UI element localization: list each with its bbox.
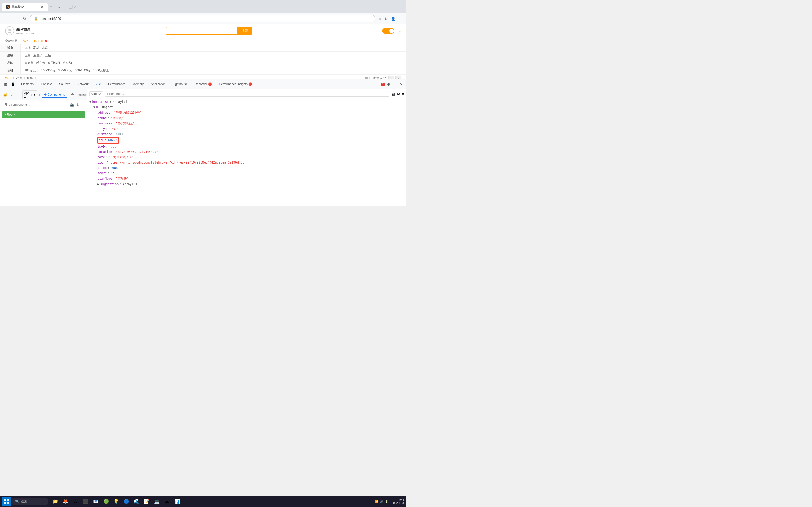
devtools-body: 🐱 ← → App 1 ⚠ ▾ › ❋ Components bbox=[0, 90, 406, 206]
bookmark-icon[interactable]: ☆ bbox=[377, 16, 383, 22]
key-name: name bbox=[97, 155, 105, 160]
tab-sources[interactable]: Sources bbox=[56, 80, 74, 89]
components-tab[interactable]: ❋ Components bbox=[42, 92, 67, 98]
key-pic: pic bbox=[97, 160, 103, 165]
sort-price[interactable]: 价格 bbox=[27, 76, 33, 79]
mode-toggle[interactable] bbox=[382, 28, 394, 34]
collapse-arrow-suggestion[interactable]: ▶ bbox=[97, 182, 99, 186]
back-button[interactable]: ← bbox=[3, 15, 10, 22]
tab-vue[interactable]: Vue bbox=[92, 80, 105, 89]
menu-icon[interactable]: ⋮ bbox=[397, 16, 403, 22]
price-300-600[interactable]: 300-600元 bbox=[58, 69, 72, 72]
key-business: business bbox=[97, 121, 112, 126]
address-bar[interactable]: 🔒 localhost:8089 bbox=[30, 15, 375, 22]
collapse-arrow-0[interactable]: ▼ bbox=[93, 105, 95, 110]
price-100-300[interactable]: 100-300元 bbox=[41, 69, 56, 72]
tab-memory[interactable]: Memory bbox=[129, 80, 147, 89]
toggle-switch[interactable]: 正式 bbox=[382, 28, 401, 34]
close-window-button[interactable]: ✕ bbox=[73, 5, 77, 9]
key-starname: starName bbox=[97, 176, 112, 181]
app-error-indicator: ⚠ bbox=[31, 94, 33, 96]
sort-default[interactable]: 默认 bbox=[5, 76, 11, 79]
state-line-distance: distance : null bbox=[89, 131, 404, 137]
city-shanghai[interactable]: 上海 bbox=[24, 46, 31, 49]
tab-performance[interactable]: Performance bbox=[105, 80, 129, 89]
new-tab-button[interactable]: + bbox=[48, 2, 55, 11]
brand-crowneholiday[interactable]: 皇冠假日 bbox=[48, 61, 60, 65]
forward-button[interactable]: → bbox=[12, 15, 19, 22]
state-line-suggestion: ▶ suggestion : Array[2] bbox=[89, 181, 404, 187]
tab-close-button[interactable]: ✕ bbox=[41, 5, 44, 9]
tab-application[interactable]: Application bbox=[147, 80, 169, 89]
devtools-panel: ⊡ 📱 Elements Console Sources Network Vue… bbox=[0, 79, 406, 206]
screenshot-icon[interactable]: 📷 bbox=[391, 92, 395, 96]
filter-remove-button[interactable]: ✕ bbox=[45, 39, 47, 43]
devtools-device-button[interactable]: 📱 bbox=[9, 81, 17, 88]
star-5diamond[interactable]: 五钻 bbox=[24, 54, 31, 57]
search-button[interactable]: 搜索 bbox=[237, 27, 252, 35]
camera-icon[interactable]: 📷 bbox=[70, 103, 74, 107]
tab-console[interactable]: Console bbox=[37, 80, 56, 89]
profile-icon[interactable]: 👤 bbox=[390, 16, 396, 22]
brand-vienna[interactable]: 维也纳 bbox=[63, 61, 72, 65]
tab-recorder[interactable]: Recorder 🔴 bbox=[191, 80, 216, 89]
nav-actions: ☆ ⚙ 👤 ⋮ bbox=[377, 16, 403, 22]
extensions-icon[interactable]: ⚙ bbox=[384, 16, 389, 22]
price-over1500[interactable]: 1500元以上 bbox=[93, 69, 109, 72]
prev-page-button[interactable]: ‹ bbox=[389, 75, 394, 79]
component-search-input[interactable] bbox=[2, 102, 68, 108]
tab-bar: 🐴 黑马旅游 ✕ + bbox=[2, 2, 55, 11]
collapse-arrow[interactable]: ▼ bbox=[89, 100, 91, 104]
tab-performance-insights[interactable]: Performance insights 🔴 bbox=[215, 80, 256, 89]
minimize-button[interactable]: — bbox=[64, 5, 67, 9]
brand-hilton[interactable]: 希尔顿 bbox=[36, 61, 45, 65]
tab-lighthouse[interactable]: Lighthouse bbox=[169, 80, 191, 89]
state-line-id: id : 60223 bbox=[89, 137, 404, 144]
pagination-info: 共 13 家酒店 1/3 ‹ › bbox=[365, 75, 401, 79]
state-filter-input[interactable] bbox=[105, 91, 389, 97]
main-area: 黑马旅游 www.itheima.com 搜索 正式 全部结果： 价格： 150… bbox=[0, 24, 406, 253]
maximize-button[interactable]: ⬜ bbox=[68, 5, 72, 9]
sort-rating[interactable]: 评价 bbox=[16, 76, 22, 79]
vue-nav-forward-arrow[interactable]: → bbox=[16, 93, 21, 97]
val-name: "上海希尔顿酒店" bbox=[109, 155, 134, 160]
brand-xilaideng[interactable]: 喜来登 bbox=[24, 61, 34, 65]
reload-button[interactable]: ↻ bbox=[21, 15, 28, 22]
devtools-dock-button[interactable]: ⋮ bbox=[392, 81, 398, 88]
active-tab[interactable]: 🐴 黑马旅游 ✕ bbox=[2, 3, 48, 11]
devtools-settings-button[interactable]: ⚙ bbox=[386, 81, 391, 88]
tab-elements[interactable]: Elements bbox=[17, 80, 37, 89]
tab-overflow-button[interactable]: ⌄ bbox=[58, 5, 61, 9]
key-isad: isAD bbox=[97, 144, 105, 149]
more-options-icon[interactable]: ⋮ bbox=[82, 103, 85, 107]
lock-icon: 🔒 bbox=[34, 17, 38, 20]
price-600-1500[interactable]: 600-1500元 bbox=[75, 69, 91, 72]
star-3diamond[interactable]: 三钻 bbox=[45, 54, 51, 57]
star-5star[interactable]: 五星级 bbox=[33, 54, 42, 57]
tab-network[interactable]: Network bbox=[74, 80, 92, 89]
code-icon[interactable]: </> bbox=[396, 92, 401, 96]
price-under100[interactable]: 100元以下 bbox=[24, 69, 39, 72]
val-brand: "希尔顿" bbox=[110, 116, 123, 121]
price-filter-row: 价格 100元以下 100-300元 300-600元 600-1500元 15… bbox=[0, 67, 406, 74]
next-page-button[interactable]: › bbox=[395, 75, 401, 79]
val-score: 37 bbox=[110, 171, 114, 176]
filter-label: 全部结果： bbox=[5, 39, 20, 43]
city-shenzhen[interactable]: 深圳 bbox=[33, 46, 39, 49]
state-line-brand: brand : "希尔顿" bbox=[89, 116, 404, 121]
key-score: score bbox=[97, 171, 107, 176]
timeline-tab[interactable]: ⏱ Timeline bbox=[69, 92, 89, 98]
app-dropdown-arrow: ▾ bbox=[34, 93, 35, 97]
toggle-knob bbox=[389, 29, 394, 33]
vue-nav-back-arrow[interactable]: ← bbox=[9, 93, 15, 97]
settings-icon[interactable]: ≡ bbox=[402, 92, 404, 96]
app-selector[interactable]: App 1 ⚠ ▾ bbox=[22, 91, 37, 99]
root-component[interactable]: <Root> bbox=[2, 111, 85, 118]
devtools-inspect-button[interactable]: ⊡ bbox=[2, 81, 9, 88]
vue-nav-back[interactable]: 🐱 bbox=[2, 93, 8, 97]
devtools-close-button[interactable]: ✕ bbox=[399, 81, 404, 88]
hotel-actions: 默认 | 评价 | 价格 | 共 13 家酒店 1/3 ‹ › bbox=[5, 75, 401, 79]
city-beijing[interactable]: 北京 bbox=[42, 46, 48, 49]
refresh-icon[interactable]: ↻ bbox=[77, 103, 80, 107]
search-input[interactable] bbox=[166, 27, 237, 35]
